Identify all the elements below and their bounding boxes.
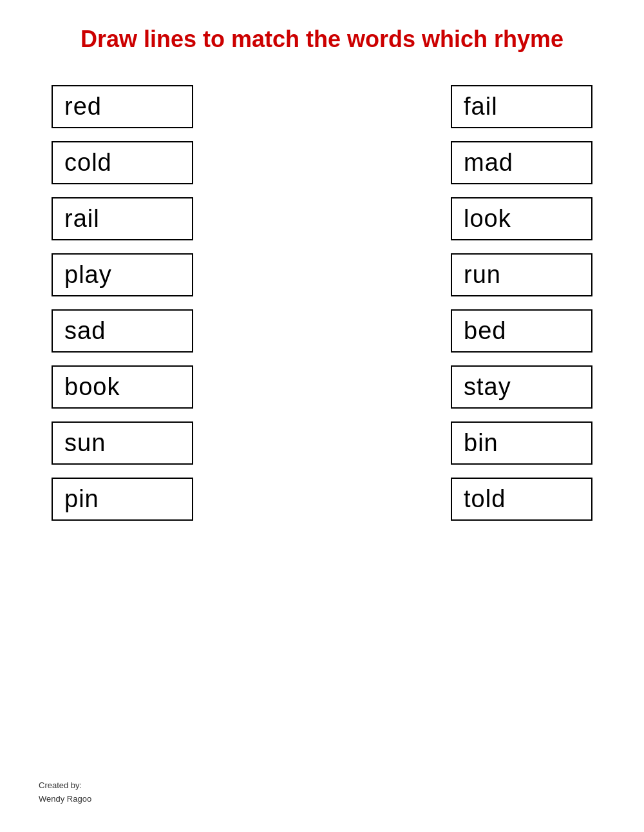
- footer-line1: Created by:: [39, 779, 91, 793]
- right-word-2: mad: [451, 141, 592, 184]
- right-column: fail mad look run bed stay bin told: [451, 85, 592, 521]
- footer: Created by: Wendy Ragoo: [39, 779, 91, 806]
- left-word-6: book: [52, 365, 193, 409]
- page-title: Draw lines to match the words which rhym…: [39, 26, 605, 53]
- right-word-1: fail: [451, 85, 592, 128]
- left-word-5: sad: [52, 309, 193, 353]
- right-word-5: bed: [451, 309, 592, 353]
- right-word-4: run: [451, 253, 592, 296]
- left-word-4: play: [52, 253, 193, 296]
- left-word-8: pin: [52, 478, 193, 521]
- left-word-2: cold: [52, 141, 193, 184]
- right-word-3: look: [451, 197, 592, 240]
- left-word-1: red: [52, 85, 193, 128]
- left-column: red cold rail play sad book sun pin: [52, 85, 193, 521]
- footer-line2: Wendy Ragoo: [39, 793, 91, 806]
- page-container: Draw lines to match the words which rhym…: [0, 0, 644, 832]
- right-word-7: bin: [451, 421, 592, 465]
- right-word-6: stay: [451, 365, 592, 409]
- left-word-3: rail: [52, 197, 193, 240]
- left-word-7: sun: [52, 421, 193, 465]
- right-word-8: told: [451, 478, 592, 521]
- words-area: red cold rail play sad book sun pin fail…: [39, 85, 605, 521]
